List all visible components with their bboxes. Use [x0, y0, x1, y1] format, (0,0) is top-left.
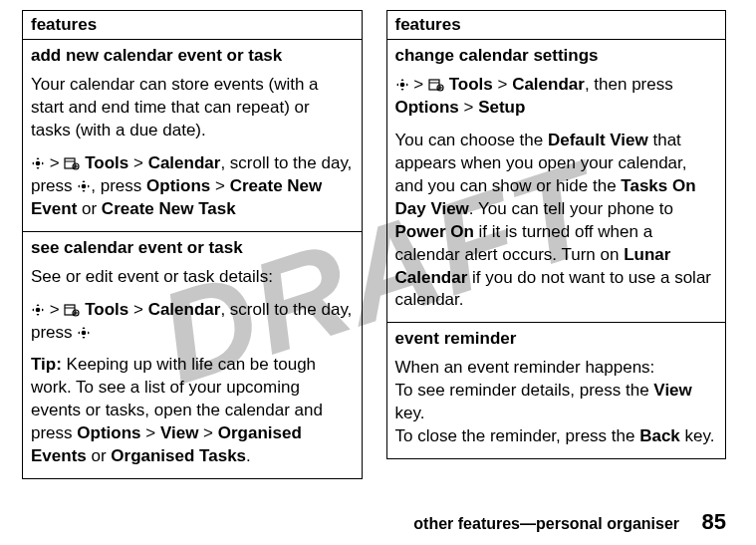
svg-point-0 [36, 161, 41, 166]
text: . [246, 446, 251, 465]
body-text: See or edit event or task details: [31, 266, 354, 289]
svg-point-14 [399, 83, 404, 88]
back-key: Back [639, 426, 680, 445]
nav-calendar: Calendar [148, 300, 221, 319]
tools-icon [64, 156, 80, 170]
table-header: features [23, 11, 363, 40]
center-key-icon [77, 326, 91, 340]
cell-title: event reminder [395, 329, 718, 349]
text: To close the reminder, press the [395, 426, 640, 445]
setup: Setup [478, 98, 525, 117]
nav-tools: Tools [85, 300, 128, 319]
tools-icon [64, 303, 80, 317]
page-content: features add new calendar event or task … [0, 0, 756, 479]
cell-event-reminder: event reminder When an event reminder ha… [386, 323, 726, 459]
cell-title: see calendar event or task [31, 238, 354, 258]
center-key-icon [395, 78, 409, 92]
view-key: View [653, 381, 691, 400]
text: key. [395, 404, 425, 422]
right-column: features change calendar settings > Tool… [386, 10, 727, 479]
power-on: Power On [395, 222, 474, 241]
body-text: Your calendar can store events (with a s… [31, 74, 354, 142]
cell-change-settings: change calendar settings > Tools > Calen… [386, 40, 726, 323]
options: Options [77, 423, 140, 442]
body-text: You can choose the Default View that app… [395, 130, 718, 313]
nav-tools: Tools [85, 153, 128, 172]
nav-path: > Tools > Calendar, scroll to the day, p… [31, 299, 354, 345]
create-task: Create New Task [102, 199, 236, 218]
text: You can choose the [395, 131, 548, 149]
features-table-left: features add new calendar event or task … [22, 10, 363, 479]
gt: > [145, 423, 155, 442]
text: key. [680, 426, 715, 445]
tip-text: Tip: Keeping up with life can be tough w… [31, 354, 354, 468]
body-text: When an event reminder happens: To see r… [395, 357, 718, 448]
footer-text: other features—personal organiser [413, 515, 679, 532]
nav-tools: Tools [449, 75, 493, 94]
center-key-icon [31, 303, 45, 317]
text: To see reminder details, press the [395, 381, 654, 400]
gt: > [413, 75, 423, 94]
gt: > [133, 300, 143, 319]
default-view: Default View [548, 131, 648, 149]
options: Options [146, 176, 210, 195]
cell-add-event: add new calendar event or task Your cale… [23, 40, 363, 232]
org-tasks: Organised Tasks [111, 446, 246, 465]
cell-title: add new calendar event or task [31, 46, 354, 66]
text: or [87, 446, 112, 465]
tip-label: Tip: [31, 355, 62, 374]
options: Options [395, 98, 459, 117]
gt: > [215, 176, 225, 195]
text: , then press [585, 75, 673, 94]
gt: > [497, 75, 507, 94]
page-footer: other features—personal organiser 85 [413, 509, 726, 535]
left-column: features add new calendar event or task … [22, 10, 363, 479]
gt: > [463, 98, 473, 117]
svg-point-7 [36, 307, 41, 312]
cell-title: change calendar settings [395, 46, 718, 66]
gt: > [50, 300, 60, 319]
center-key-icon [77, 179, 91, 193]
nav-calendar: Calendar [512, 75, 585, 94]
text: . You can tell your phone to [469, 199, 673, 218]
nav-calendar: Calendar [148, 153, 221, 172]
cell-see-event: see calendar event or task See or edit e… [23, 231, 363, 479]
features-table-right: features change calendar settings > Tool… [386, 10, 727, 459]
text: , press [91, 176, 146, 195]
gt: > [50, 153, 60, 172]
nav-path: > Tools > Calendar, scroll to the day, p… [31, 152, 354, 221]
svg-point-6 [82, 183, 87, 188]
table-header: features [386, 11, 726, 40]
text: or [77, 199, 102, 218]
view: View [160, 423, 198, 442]
nav-path: > Tools > Calendar, then press Options >… [395, 74, 718, 120]
page-number: 85 [702, 509, 726, 534]
gt: > [133, 153, 143, 172]
center-key-icon [31, 156, 45, 170]
tools-icon [428, 78, 444, 92]
text: When an event reminder happens: [395, 358, 655, 377]
svg-point-13 [82, 330, 87, 335]
gt: > [203, 423, 213, 442]
